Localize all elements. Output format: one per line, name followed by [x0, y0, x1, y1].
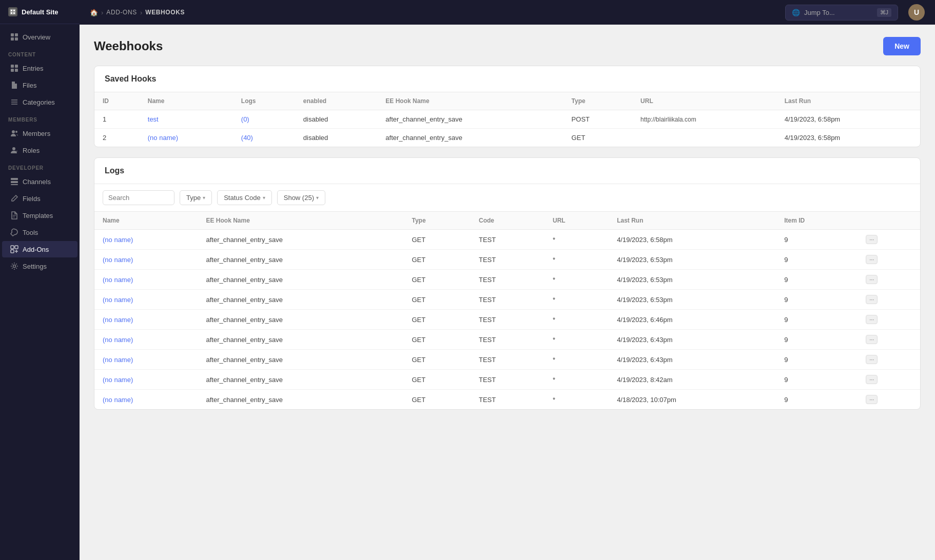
sidebar-item-members[interactable]: Members [2, 125, 77, 142]
svg-rect-10 [15, 65, 18, 68]
row-action-button[interactable]: ··· [866, 395, 878, 404]
sidebar-item-fields[interactable]: Fields [2, 190, 77, 207]
new-button[interactable]: New [883, 37, 921, 55]
log-name-link[interactable]: (no name) [103, 336, 133, 344]
home-icon[interactable]: 🏠 [90, 9, 98, 16]
log-cell-ee-hook: after_channel_entry_save [198, 390, 403, 410]
log-cell-item-id: 9 [776, 250, 858, 270]
cell-url: http://blairliikala.com [632, 110, 776, 129]
sidebar-item-tools[interactable]: Tools [2, 224, 77, 241]
logs-badge[interactable]: (40) [241, 134, 253, 142]
log-name-link[interactable]: (no name) [103, 276, 133, 284]
log-cell-type: GET [403, 350, 471, 370]
jump-to-button[interactable]: 🌐 Jump To... ⌘J [785, 5, 898, 21]
cell-name: (no name) [140, 129, 233, 147]
table-row: (no name) after_channel_entry_save GET T… [94, 230, 920, 250]
sidebar-item-overview[interactable]: Overview [2, 29, 77, 45]
log-name-link[interactable]: (no name) [103, 356, 133, 364]
overview-label: Overview [23, 33, 50, 41]
show-filter-button[interactable]: Show (25) ▾ [277, 190, 325, 205]
svg-rect-4 [13, 12, 15, 14]
logs-badge[interactable]: (0) [241, 115, 249, 123]
site-icon [8, 7, 17, 16]
hook-name-link[interactable]: test [148, 115, 159, 123]
breadcrumb-sep-2: › [140, 9, 142, 16]
log-col-item-id: Item ID [776, 212, 858, 230]
col-enabled: enabled [295, 92, 377, 110]
log-cell-last-run: 4/19/2023, 6:53pm [609, 290, 776, 310]
type-filter-button[interactable]: Type ▾ [180, 190, 212, 205]
cell-ee-hook-name: after_channel_entry_save [377, 110, 563, 129]
globe-icon: 🌐 [792, 9, 800, 16]
sidebar-logo[interactable]: Default Site [0, 0, 80, 24]
breadcrumb-addon[interactable]: ADD-ONS [106, 9, 137, 16]
log-cell-last-run: 4/19/2023, 6:43pm [609, 330, 776, 350]
row-action-button[interactable]: ··· [866, 375, 878, 384]
status-code-chevron-icon: ▾ [263, 195, 265, 201]
sidebar-item-add-ons[interactable]: Add-Ons [2, 241, 77, 257]
log-cell-name: (no name) [94, 290, 198, 310]
jump-shortcut: ⌘J [877, 8, 892, 17]
svg-rect-16 [11, 178, 18, 180]
log-name-link[interactable]: (no name) [103, 256, 133, 264]
log-cell-type: GET [403, 390, 471, 410]
log-cell-code: TEST [471, 230, 544, 250]
sidebar-item-entries[interactable]: Entries [2, 60, 77, 76]
row-action-button[interactable]: ··· [866, 355, 878, 364]
avatar[interactable]: U [908, 4, 925, 21]
log-name-link[interactable]: (no name) [103, 296, 133, 304]
log-cell-type: GET [403, 330, 471, 350]
row-action-button[interactable]: ··· [866, 335, 878, 344]
log-cell-ee-hook: after_channel_entry_save [198, 290, 403, 310]
status-code-label: Status Code [224, 194, 261, 202]
log-name-link[interactable]: (no name) [103, 376, 133, 384]
sidebar-item-files[interactable]: Files [2, 77, 77, 93]
sidebar-item-templates[interactable]: Templates [2, 207, 77, 224]
col-url: URL [632, 92, 776, 110]
log-cell-ee-hook: after_channel_entry_save [198, 330, 403, 350]
log-cell-url: * [544, 370, 609, 390]
row-action-button[interactable]: ··· [866, 275, 878, 284]
log-cell-name: (no name) [94, 250, 198, 270]
col-id: ID [94, 92, 140, 110]
sidebar-item-channels[interactable]: Channels [2, 173, 77, 190]
log-cell-code: TEST [471, 390, 544, 410]
row-action-button[interactable]: ··· [866, 295, 878, 304]
log-name-link[interactable]: (no name) [103, 236, 133, 244]
files-label: Files [23, 82, 36, 89]
log-col-url: URL [544, 212, 609, 230]
search-input[interactable] [103, 190, 174, 205]
templates-label: Templates [23, 212, 53, 219]
svg-rect-18 [11, 184, 18, 185]
files-icon [10, 81, 18, 89]
log-cell-item-id: 9 [776, 370, 858, 390]
saved-hooks-card: Saved Hooks ID Name Logs enabled EE Hook… [94, 66, 921, 147]
svg-rect-12 [15, 69, 18, 72]
settings-icon [10, 262, 18, 270]
hook-name-link[interactable]: (no name) [148, 134, 178, 142]
log-name-link[interactable]: (no name) [103, 316, 133, 324]
row-action-button[interactable]: ··· [866, 315, 878, 324]
log-col-code: Code [471, 212, 544, 230]
svg-rect-1 [11, 10, 12, 11]
content-section-label: CONTENT [0, 46, 80, 59]
svg-rect-21 [11, 250, 14, 253]
status-code-filter-button[interactable]: Status Code ▾ [217, 190, 272, 205]
members-label: Members [23, 130, 50, 137]
logs-table: Name EE Hook Name Type Code URL Last Run… [94, 212, 920, 409]
row-action-button[interactable]: ··· [866, 235, 878, 244]
sidebar-item-categories[interactable]: Categories [2, 94, 77, 110]
table-row: (no name) after_channel_entry_save GET T… [94, 350, 920, 370]
logs-tbody: (no name) after_channel_entry_save GET T… [94, 230, 920, 410]
log-cell-type: GET [403, 230, 471, 250]
log-cell-last-run: 4/18/2023, 10:07pm [609, 390, 776, 410]
log-cell-type: GET [403, 370, 471, 390]
row-action-button[interactable]: ··· [866, 255, 878, 264]
sidebar-item-settings[interactable]: Settings [2, 258, 77, 274]
main-area: 🏠 › ADD-ONS › WEBHOOKS 🌐 Jump To... ⌘J U… [80, 0, 935, 560]
log-cell-type: GET [403, 290, 471, 310]
sidebar-item-roles[interactable]: Roles [2, 142, 77, 158]
log-name-link[interactable]: (no name) [103, 396, 133, 404]
categories-icon [10, 98, 18, 106]
log-cell-last-run: 4/19/2023, 6:53pm [609, 270, 776, 290]
